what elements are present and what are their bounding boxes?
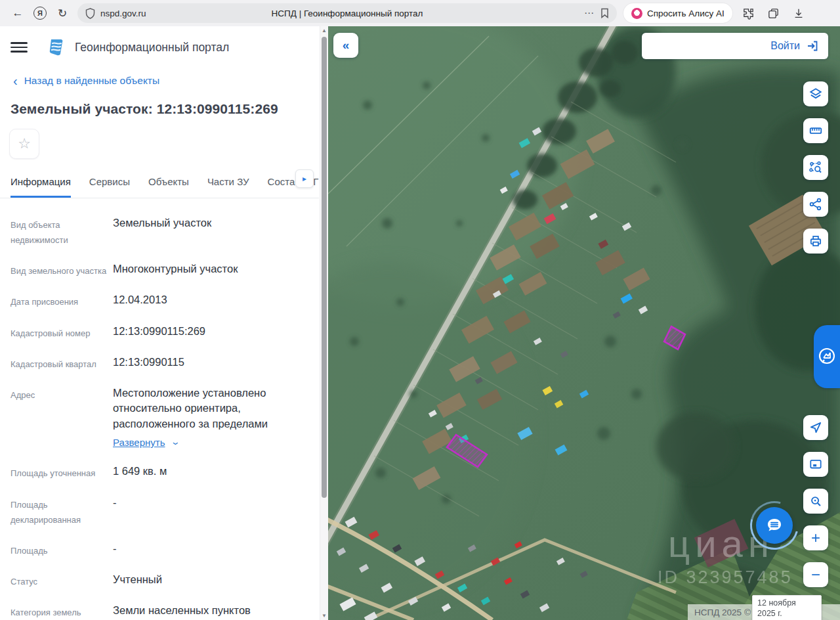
tabs-panel-icon[interactable] xyxy=(763,3,785,23)
field-row: Категория земельЗемли населенных пунктов xyxy=(10,603,312,620)
url-text: nspd.gov.ru xyxy=(100,9,146,18)
downloads-icon[interactable] xyxy=(788,3,810,23)
yandex-browser-icon[interactable]: Я xyxy=(29,3,51,23)
shield-icon xyxy=(85,8,95,19)
field-row: СтатусУчтенный xyxy=(10,572,312,589)
scroll-down-arrow-icon[interactable]: ▼ xyxy=(320,613,328,619)
tab-objects[interactable]: Объекты xyxy=(148,176,189,198)
tab-parcel-parts[interactable]: Части ЗУ xyxy=(207,176,249,198)
printer-icon xyxy=(808,234,823,248)
collapse-panel-button[interactable]: « xyxy=(333,33,358,58)
yandex-logo-icon: Я xyxy=(33,7,47,20)
field-row: Кадастровый номер12:13:0990115:269 xyxy=(10,324,312,341)
field-row-address: Адрес Местоположение установлено относит… xyxy=(10,386,312,451)
area-search-button[interactable] xyxy=(803,155,828,180)
chevron-right-icon: ▸ xyxy=(303,174,306,183)
page-title-text: НСПД | Геоинформационный портал xyxy=(77,9,617,18)
tab-composition[interactable]: Соста xyxy=(268,176,295,198)
sidebar-scrollbar[interactable]: ▲ ▼ xyxy=(320,26,328,620)
tab-bar: Информация Сервисы Объекты Части ЗУ Сост… xyxy=(0,159,319,198)
field-row: Дата присвоения12.04.2013 xyxy=(10,292,312,309)
tab-services[interactable]: Сервисы xyxy=(89,176,130,198)
favorite-button[interactable]: ☆ xyxy=(9,129,39,159)
magnifier-icon xyxy=(808,494,823,508)
zoom-out-button[interactable]: − xyxy=(803,562,828,587)
map-canvas[interactable]: циан ID 323957485 « Войти xyxy=(328,26,840,620)
feedback-side-tab[interactable] xyxy=(814,325,840,388)
parcel-title: Земельный участок: 12:13:0990115:269 xyxy=(0,87,319,117)
bookmark-icon[interactable] xyxy=(600,8,609,18)
browser-actions xyxy=(738,3,810,23)
map-bubble-icon xyxy=(817,347,837,366)
back-to-results-link[interactable]: ‹ Назад в найденные объекты xyxy=(0,58,319,87)
locate-me-button[interactable] xyxy=(803,415,828,440)
browser-toolbar: ← Я ↻ nspd.gov.ru НСПД | Геоинформационн… xyxy=(0,0,840,26)
ask-alice-button[interactable]: Спросить Алису AI xyxy=(623,3,732,23)
minimap-icon xyxy=(808,457,823,472)
ruler-icon xyxy=(808,123,823,138)
page: ← Я ↻ nspd.gov.ru НСПД | Геоинформационн… xyxy=(0,0,840,620)
field-row: Площадь- xyxy=(10,541,312,558)
date-tooltip-date: 12 ноября 2025 г. xyxy=(757,598,816,619)
address-bar[interactable]: nspd.gov.ru НСПД | Геоинформационный пор… xyxy=(77,3,617,23)
chevron-down-icon: ⌄ xyxy=(170,436,180,448)
alice-label: Спросить Алису AI xyxy=(647,9,724,18)
star-icon: ☆ xyxy=(18,135,31,152)
field-row: Вид земельного участкаМногоконтурный уча… xyxy=(10,261,312,278)
login-icon xyxy=(806,39,819,53)
portal-header: Геоинформационный портал xyxy=(0,26,319,58)
tab-information[interactable]: Информация xyxy=(10,176,71,198)
login-label: Войти xyxy=(770,40,800,52)
measure-button[interactable] xyxy=(803,118,828,143)
cian-watermark-id: ID 323957485 xyxy=(658,567,793,587)
field-row: Кадастровый квартал12:13:0990115 xyxy=(10,355,312,372)
browser-reload-button[interactable]: ↻ xyxy=(51,3,74,23)
extensions-puzzle-icon[interactable] xyxy=(738,3,760,23)
chevron-left-icon: ‹ xyxy=(13,76,18,85)
expand-address-link[interactable]: Развернуть ⌄ xyxy=(113,435,178,449)
minus-icon: − xyxy=(811,567,820,583)
site-more-button[interactable]: ⋯ xyxy=(584,7,594,19)
attributes-list: Вид объекта недвижимостиЗемельный участо… xyxy=(0,198,319,620)
navigation-arrow-icon xyxy=(808,420,823,435)
minimap-button[interactable] xyxy=(803,452,828,477)
scroll-up-arrow-icon[interactable]: ▲ xyxy=(320,28,328,33)
portal-title: Геоинформационный портал xyxy=(75,41,229,55)
double-chevron-left-icon: « xyxy=(343,38,350,53)
field-row: Вид объекта недвижимостиЗемельный участо… xyxy=(10,215,312,248)
portal-logo-icon xyxy=(46,37,67,58)
menu-hamburger-icon[interactable] xyxy=(10,41,28,54)
browser-back-button[interactable]: ← xyxy=(7,3,29,23)
print-button[interactable] xyxy=(803,229,828,254)
area-search-icon xyxy=(808,160,823,175)
object-info-panel: Геоинформационный портал ‹ Назад в найде… xyxy=(0,26,328,620)
layers-icon xyxy=(808,87,823,101)
share-icon xyxy=(808,197,823,211)
search-on-map-button[interactable] xyxy=(803,489,828,514)
field-row: Площадь уточненная1 649 кв. м xyxy=(10,464,312,481)
tabs-scroll-next-button[interactable]: ▸ xyxy=(295,169,314,188)
field-row: Площадь декларированная- xyxy=(10,495,312,527)
zoom-in-button[interactable]: + xyxy=(803,525,828,550)
layers-button[interactable] xyxy=(803,81,828,106)
plus-icon: + xyxy=(811,530,820,546)
back-link-label: Назад в найденные объекты xyxy=(24,75,159,87)
share-button[interactable] xyxy=(803,192,828,217)
chat-fab-button[interactable] xyxy=(756,507,793,544)
address-value: Местоположение установлено относительно … xyxy=(113,387,268,430)
login-button[interactable]: Войти xyxy=(642,33,828,59)
tab-partial[interactable]: Г xyxy=(313,176,318,198)
date-tooltip: 12 ноября 2025 г. среда xyxy=(752,595,822,620)
alice-icon xyxy=(631,8,642,19)
scrollbar-thumb[interactable] xyxy=(322,37,327,498)
chat-bubble-icon xyxy=(765,516,784,535)
